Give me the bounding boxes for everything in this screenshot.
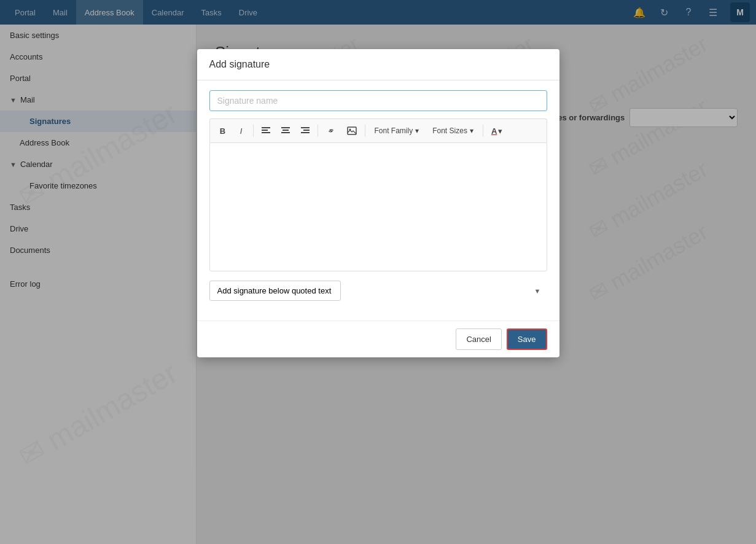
toolbar-divider-2 (318, 125, 318, 137)
toolbar-divider-4 (483, 125, 483, 137)
modal-footer: Cancel Save (197, 321, 559, 357)
cancel-button[interactable]: Cancel (456, 328, 501, 350)
editor-toolbar: B I (209, 119, 547, 142)
svg-rect-3 (281, 127, 290, 128)
svg-rect-7 (303, 130, 310, 131)
font-color-button[interactable]: A ▾ (487, 123, 507, 139)
svg-rect-0 (262, 127, 270, 128)
toolbar-divider-3 (365, 125, 365, 137)
signature-name-input[interactable] (209, 90, 547, 111)
save-button[interactable]: Save (507, 328, 547, 350)
link-button[interactable] (322, 123, 340, 139)
signature-editor[interactable] (209, 142, 547, 271)
svg-rect-5 (281, 132, 290, 133)
font-sizes-chevron: ▾ (470, 126, 473, 135)
color-chevron: ▾ (498, 126, 502, 136)
svg-rect-4 (283, 130, 289, 131)
svg-rect-1 (262, 130, 268, 131)
modal-overlay: Add signature B I (0, 0, 756, 544)
modal-title: Add signature (197, 49, 559, 80)
svg-rect-2 (262, 132, 270, 133)
font-family-label: Font Family (375, 126, 413, 135)
quoted-text-select-wrapper: Add signature below quoted text Add sign… (209, 281, 547, 301)
font-family-dropdown[interactable]: Font Family ▾ (369, 123, 425, 139)
align-center-button[interactable] (277, 123, 294, 139)
toolbar-divider-1 (253, 125, 254, 137)
modal-body: B I (197, 80, 559, 321)
svg-rect-8 (301, 132, 310, 133)
quoted-text-row: Add signature below quoted text Add sign… (209, 281, 547, 301)
quoted-text-select[interactable]: Add signature below quoted text Add sign… (209, 281, 341, 301)
font-sizes-label: Font Sizes (432, 126, 467, 135)
svg-rect-6 (301, 127, 310, 128)
align-left-button[interactable] (257, 123, 275, 139)
bold-button[interactable]: B (215, 123, 231, 139)
svg-rect-9 (348, 127, 356, 134)
select-arrow-icon: ▼ (534, 287, 541, 295)
italic-button[interactable]: I (233, 123, 249, 139)
font-family-chevron: ▾ (415, 126, 419, 135)
font-color-label: A (491, 126, 497, 136)
font-sizes-dropdown[interactable]: Font Sizes ▾ (427, 123, 479, 139)
image-button[interactable] (343, 123, 361, 139)
add-signature-modal: Add signature B I (197, 49, 559, 357)
align-right-button[interactable] (297, 123, 314, 139)
